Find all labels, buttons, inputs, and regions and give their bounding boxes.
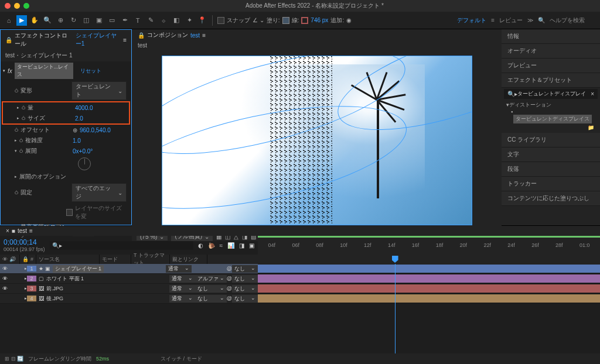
timecode-display[interactable]: 0;00;00;14 [4, 238, 45, 246]
search-icon: 🔍▸ [507, 91, 517, 97]
graph-icon[interactable]: 📊 [227, 242, 234, 249]
rotation-tool[interactable]: ↻ [68, 15, 79, 26]
panel-character[interactable]: 文字 [502, 147, 600, 162]
tree-item[interactable]: タービュレントディスプレイス [513, 115, 592, 123]
prop-evolution[interactable]: ▾Ô展開 0x+0.0° [1, 146, 131, 156]
workspace-review[interactable]: レビュー [499, 16, 523, 25]
snap-toggle[interactable]: スナップ ∠ ⌄ [217, 16, 264, 25]
visibility-toggle[interactable]: 👁 [0, 266, 9, 272]
selection-tool[interactable]: ▶ [16, 15, 27, 26]
prop-expand-options[interactable]: ▸展開のオプション [1, 171, 131, 182]
reset-button[interactable]: リセット [80, 67, 101, 75]
panel-paragraph[interactable]: 段落 [502, 162, 600, 177]
workspace-default[interactable]: デフォルト [457, 16, 486, 25]
menu-icon[interactable]: ≡ [123, 37, 127, 43]
visibility-toggle[interactable]: 👁 [0, 276, 9, 281]
prop-complexity[interactable]: ▸Ô複雑度 1.0 [1, 135, 131, 146]
layer-switches-icon[interactable]: ◐ [198, 242, 203, 249]
playhead[interactable] [395, 264, 396, 353]
effect-header[interactable]: ▾fx タービュレント...レイス リセット [1, 61, 131, 80]
layer-row[interactable]: 👁 ▸ 1 ★ ▣シェイプレイヤー 1 通常⌄ @ なし⌄ [0, 264, 258, 274]
timeline-tab[interactable]: ×■test≡ [0, 226, 600, 236]
shy-icon[interactable]: 🐌 [208, 242, 215, 249]
motion-blur-icon[interactable]: ≈ [220, 242, 223, 249]
crosshair-icon[interactable]: ⊕ [73, 127, 77, 133]
composition-viewer[interactable] [132, 50, 502, 231]
brush-tool[interactable]: ✎ [145, 15, 156, 26]
menu-icon[interactable]: ≡ [202, 32, 206, 39]
add-menu[interactable]: 追加: ◉ [330, 16, 352, 25]
toggle-switches-icon[interactable]: ⊞ ⊟ 🔄 [5, 356, 23, 362]
layer-list: 👁 ▸ 1 ★ ▣シェイプレイヤー 1 通常⌄ @ なし⌄ 👁 ▸ 2 ▢ホワイ… [0, 264, 258, 353]
prop-pin[interactable]: Ô固定 すべてのエッジ⌄ [1, 182, 131, 203]
minimize-window-button[interactable] [14, 3, 20, 9]
pen-tool[interactable]: ✒ [120, 15, 130, 26]
lock-icon[interactable]: 🔒 [138, 32, 145, 39]
home-icon[interactable]: ⌂ [4, 15, 14, 26]
pickwhip-icon[interactable]: @ [227, 296, 232, 301]
panel-info[interactable]: 情報 [502, 29, 600, 44]
expand-icon[interactable]: ≫ [527, 17, 533, 23]
type-tool[interactable]: T [132, 15, 143, 26]
pickwhip-icon[interactable]: @ [227, 286, 232, 291]
layer-row[interactable]: 👁 ▸ 3 🖼前.JPG 通常⌄ なし⌄ @ なし⌄ [0, 284, 258, 294]
effects-search[interactable]: 🔍▸ × [504, 89, 598, 99]
panel-effects-presets[interactable]: エフェクト＆プリセット [502, 73, 600, 88]
panel-content-aware[interactable]: コンテンツに応じた塗りつぶし [502, 191, 600, 206]
parent-dropdown[interactable]: なし⌄ [232, 265, 258, 273]
prop-offset[interactable]: Ôオフセット ⊕ 960.0,540.0 [1, 125, 131, 135]
layer-row[interactable]: ▸ 4 🖼後.JPG 通常⌄ なし⌄ @ なし⌄ [0, 294, 258, 304]
layer-search[interactable]: 🔍▸ [50, 241, 193, 250]
prop-amount[interactable]: ▸Ô量 4000.0 [3, 102, 129, 113]
camera-tool[interactable]: ◫ [81, 15, 91, 26]
puppet-tool[interactable]: 📍 [197, 15, 207, 26]
orbit-tool[interactable]: ⊕ [55, 15, 66, 26]
hand-tool[interactable]: ✋ [29, 15, 40, 26]
panel-tracker[interactable]: トラッカー [502, 177, 600, 191]
maximize-window-button[interactable] [23, 3, 29, 9]
composition-tab[interactable]: 🔒 コンポジション test ≡ [132, 29, 502, 41]
anchor-tool[interactable]: ▣ [94, 15, 104, 26]
clone-tool[interactable]: ⟐ [158, 15, 169, 26]
time-ruler[interactable]: 04f 06f 08f 10f 12f 14f 16f 18f 20f 22f … [258, 236, 600, 255]
draft-icon[interactable]: ◨ [239, 242, 244, 249]
roto-tool[interactable]: ✦ [184, 15, 195, 26]
stroke-control[interactable]: 線: 746 px [292, 16, 329, 25]
prop-size[interactable]: ▸Ôサイズ 2.0 [3, 113, 129, 123]
app-title: Adobe After Effects 2022 - 名称未設定プロジェクト * [29, 2, 600, 10]
panel-preview[interactable]: プレビュー [502, 59, 600, 73]
fx-breadcrumb: test・シェイプレイヤー 1 [1, 50, 131, 61]
render-icon[interactable]: ▣ [249, 242, 254, 249]
comp-name-tab[interactable]: test [132, 41, 502, 50]
canvas-content [162, 56, 472, 225]
lock-icon[interactable]: 🔒 [5, 37, 12, 43]
search-help[interactable]: ヘルプを検索 [550, 16, 596, 25]
panel-tab[interactable]: 🔒 エフェクトコントロール シェイプレイヤー1 ≡ [1, 30, 131, 50]
switch-mode-toggle[interactable]: スイッチ / モード [161, 355, 202, 363]
panel-audio[interactable]: オーディオ [502, 44, 600, 59]
timeline-tracks[interactable] [258, 264, 600, 353]
zoom-tool[interactable]: 🔍 [42, 15, 53, 26]
status-bar: ⊞ ⊟ 🔄 フレームレンダリング時間 52ms スイッチ / モード [0, 353, 600, 364]
close-window-button[interactable] [5, 3, 11, 9]
fill-control[interactable]: 塗り: [267, 16, 289, 25]
folder-icon[interactable]: 📁 [588, 125, 594, 131]
evolution-dial[interactable] [78, 157, 91, 170]
pickwhip-icon[interactable]: @ [227, 266, 232, 272]
eraser-tool[interactable]: ◧ [171, 15, 182, 26]
prop-resize[interactable]: レイヤーのサイズを変 [1, 203, 131, 222]
menu-icon[interactable]: ≡ [491, 17, 495, 23]
layer-row[interactable]: 👁 ▸ 2 ▢ホワイト 平面 1 通常⌄ アルファ⌄ @ なし⌄ [0, 274, 258, 284]
clear-icon[interactable]: × [591, 91, 594, 97]
mode-dropdown[interactable]: 通常⌄ [166, 265, 192, 273]
effects-search-input[interactable] [517, 91, 591, 97]
window-controls [5, 3, 29, 9]
composition-panel: 🔒 コンポジション test ≡ test [132, 29, 502, 225]
pickwhip-icon[interactable]: @ [227, 276, 232, 281]
visibility-toggle[interactable]: 👁 [0, 286, 9, 291]
rectangle-tool[interactable]: ▭ [107, 15, 117, 26]
prop-transform[interactable]: Ô変形 タービュレント⌄ [1, 80, 131, 101]
panel-cc-libraries[interactable]: CC ライブラリ [502, 133, 600, 147]
timeline-panel: ×■test≡ 0;00;00;14 00014 (29.97 fps) 🔍▸ … [0, 225, 600, 364]
tree-group[interactable]: ▾ディストーション [506, 101, 595, 109]
